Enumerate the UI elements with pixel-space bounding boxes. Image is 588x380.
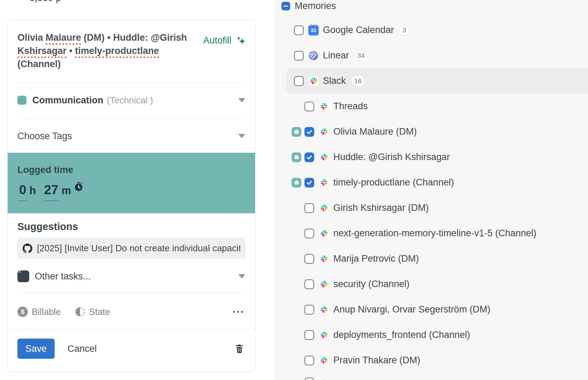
- memory-row[interactable]: 31Google Calendar3: [276, 17, 588, 43]
- project-select[interactable]: Communication (Technical ): [17, 92, 245, 109]
- minutes-input[interactable]: 27: [43, 183, 59, 201]
- suggestions-heading: Suggestions: [17, 221, 78, 232]
- memory-checkbox[interactable]: [304, 152, 314, 162]
- memory-row[interactable]: Anup Nivargi, Orvar Segerström (DM): [276, 297, 588, 322]
- memory-checkbox[interactable]: [304, 356, 314, 365]
- state-toggle[interactable]: State: [89, 307, 110, 317]
- slack-icon: [319, 203, 329, 213]
- misspelled-word: timely-productlane: [75, 46, 159, 56]
- memory-checkbox[interactable]: [294, 51, 304, 61]
- slack-icon: [319, 127, 329, 137]
- project-chip-icon: [292, 152, 301, 162]
- slack-icon: [319, 378, 329, 380]
- memory-checkbox[interactable]: [304, 330, 314, 340]
- memory-checkbox[interactable]: [304, 254, 314, 264]
- autofill-label: Autofill: [203, 35, 231, 46]
- project-color-swatch: [17, 96, 26, 105]
- divider: [8, 329, 255, 330]
- slack-icon: [319, 177, 329, 188]
- memory-label: Anup Nivargi, Orvar Segerström (DM): [333, 304, 491, 315]
- memory-label: Threads: [333, 101, 368, 112]
- trash-icon[interactable]: [234, 343, 245, 354]
- memory-label: deployments_frontend (Channel): [333, 330, 470, 340]
- memory-row[interactable]: Girish Kshirsagar (DM): [276, 195, 588, 221]
- hours-unit: h: [30, 184, 36, 197]
- slack-icon: [319, 101, 329, 112]
- more-options-button[interactable]: •••: [233, 308, 245, 316]
- memory-label: Girish Kshirsagar (DM): [333, 203, 429, 213]
- billable-toggle[interactable]: Billable: [32, 307, 61, 317]
- memory-label: Slack: [323, 76, 346, 86]
- dollar-icon[interactable]: $: [17, 307, 28, 317]
- hours-input[interactable]: 0: [18, 183, 27, 201]
- linear-icon: [308, 50, 319, 61]
- memory-checkbox[interactable]: [304, 127, 314, 137]
- slack-icon: [319, 304, 329, 315]
- memory-row[interactable]: timely-productlane (Channel): [276, 170, 588, 195]
- entry-card: Olivia Malaure (DM) • Huddle: @GirishKsh…: [7, 20, 255, 372]
- memory-label: Linear: [323, 50, 349, 61]
- memory-row[interactable]: security (Channel): [276, 271, 588, 297]
- memory-label: Huddle: @Girish Kshirsagar: [333, 152, 450, 163]
- slack-icon: [319, 152, 329, 163]
- memory-checkbox[interactable]: [294, 25, 304, 35]
- memory-row[interactable]: deployments_frontend (Channel): [276, 322, 588, 348]
- other-tasks-icon: [17, 270, 29, 282]
- entry-title[interactable]: Olivia Malaure (DM) • Huddle: @GirishKsh…: [17, 31, 193, 71]
- slack-icon: [319, 228, 329, 239]
- slack-icon: [319, 279, 329, 290]
- state-icon[interactable]: [75, 307, 85, 317]
- memories-panel: Memories 31Google Calendar3Linear34Slack…: [276, 0, 588, 380]
- sparkles-icon: [235, 35, 247, 49]
- google-calendar-icon: 31: [308, 25, 319, 35]
- memory-row[interactable]: Linear34: [276, 43, 588, 68]
- memory-row[interactable]: next-generation-memory-timeline-v1-5 (Ch…: [276, 221, 588, 246]
- memory-checkbox[interactable]: [304, 178, 314, 188]
- minutes-unit: m: [62, 184, 71, 197]
- divider: [17, 83, 245, 83]
- memory-checkbox[interactable]: [304, 229, 314, 238]
- slack-icon: [319, 355, 329, 366]
- memories-select-all-checkbox[interactable]: [281, 2, 290, 10]
- memory-row[interactable]: Slack16: [286, 68, 588, 94]
- memories-header-label: Memories: [295, 1, 336, 11]
- memory-checkbox[interactable]: [304, 279, 314, 289]
- divider: [17, 118, 245, 118]
- memory-label: Marija Petrovic (DM): [333, 253, 419, 264]
- memories-header: Memories: [281, 1, 336, 11]
- memory-label: next-generation-memory-timeline-v1-5 (Ch…: [333, 228, 537, 239]
- chevron-down-icon: [238, 134, 245, 138]
- github-icon: [23, 244, 32, 253]
- memory-row[interactable]: Marija Petrovic (DM): [276, 246, 588, 271]
- autofill-button[interactable]: Autofill: [203, 35, 247, 71]
- memory-checkbox[interactable]: [304, 378, 314, 380]
- memory-count-badge: 16: [351, 76, 365, 86]
- memory-label: Olivia Malaure (DM): [333, 126, 417, 137]
- memory-row[interactable]: [276, 373, 588, 380]
- memory-checkbox[interactable]: [294, 76, 304, 86]
- tags-select[interactable]: Choose Tags: [17, 127, 245, 145]
- memory-row[interactable]: Olivia Malaure (DM): [276, 119, 588, 144]
- slack-icon: [308, 76, 319, 86]
- entry-footer: $ Billable State •••: [17, 303, 245, 320]
- logged-time-label: Logged time: [17, 165, 73, 175]
- save-button[interactable]: Save: [17, 339, 55, 359]
- project-chip-icon: [292, 178, 301, 188]
- suggestion-text: [2025] [Invite User] Do not create indiv…: [37, 243, 240, 254]
- memory-label: security (Channel): [333, 279, 410, 290]
- memory-checkbox[interactable]: [304, 203, 314, 213]
- other-tasks-select[interactable]: Other tasks...: [17, 268, 245, 285]
- memory-checkbox[interactable]: [304, 305, 314, 315]
- memory-row[interactable]: Huddle: @Girish Kshirsagar: [276, 144, 588, 170]
- suggestion-item[interactable]: [2025] [Invite User] Do not create indiv…: [17, 238, 246, 259]
- project-type: (Technical ): [107, 95, 153, 106]
- memory-label: timely-productlane (Channel): [333, 177, 454, 188]
- memory-count-badge: 3: [399, 25, 410, 35]
- divider: [17, 293, 245, 293]
- memory-label: Pravin Thakare (DM): [333, 355, 420, 366]
- cancel-button[interactable]: Cancel: [67, 339, 97, 359]
- chevron-down-icon: [238, 98, 245, 102]
- memory-row[interactable]: Pravin Thakare (DM): [276, 348, 588, 373]
- memory-checkbox[interactable]: [304, 102, 314, 111]
- memory-row[interactable]: Threads: [276, 94, 588, 119]
